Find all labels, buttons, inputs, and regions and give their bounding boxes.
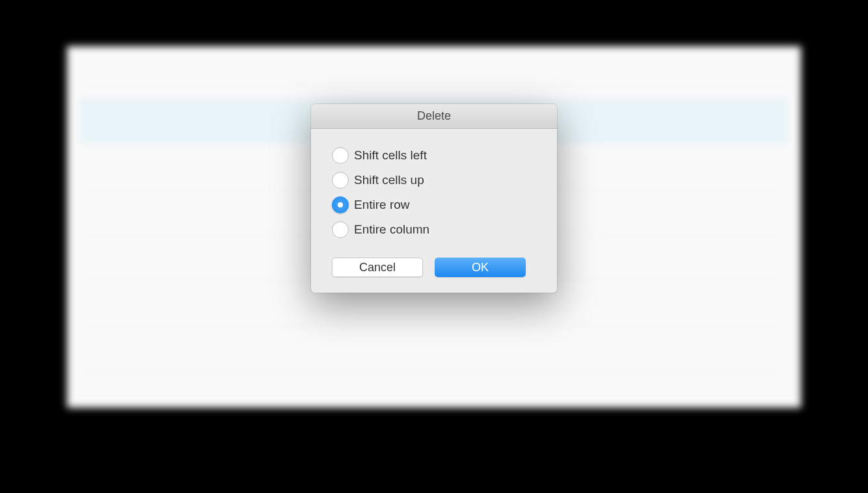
radio-shift-cells-left[interactable]: Shift cells left [332,147,536,164]
radio-entire-column[interactable]: Entire column [332,221,536,238]
radio-indicator [332,221,349,238]
radio-label: Shift cells up [354,173,424,187]
radio-shift-cells-up[interactable]: Shift cells up [332,172,536,189]
delete-dialog: Delete Shift cells left Shift cells up [311,104,557,293]
radio-label: Shift cells left [354,148,427,163]
radio-indicator-selected [332,196,349,213]
radio-label: Entire column [354,222,429,237]
ok-button[interactable]: OK [435,258,526,277]
radio-dot-icon [338,202,343,207]
cancel-button[interactable]: Cancel [332,258,423,277]
radio-indicator [332,172,349,189]
radio-label: Entire row [354,198,410,212]
radio-indicator [332,147,349,164]
dialog-title: Delete [311,104,557,129]
radio-entire-row[interactable]: Entire row [332,196,536,213]
dialog-overlay: Delete Shift cells left Shift cells up [0,0,868,493]
dialog-button-row: Cancel OK [332,258,536,277]
delete-options-group: Shift cells left Shift cells up Entire r… [332,147,536,238]
dialog-body: Shift cells left Shift cells up Entire r… [311,129,557,293]
